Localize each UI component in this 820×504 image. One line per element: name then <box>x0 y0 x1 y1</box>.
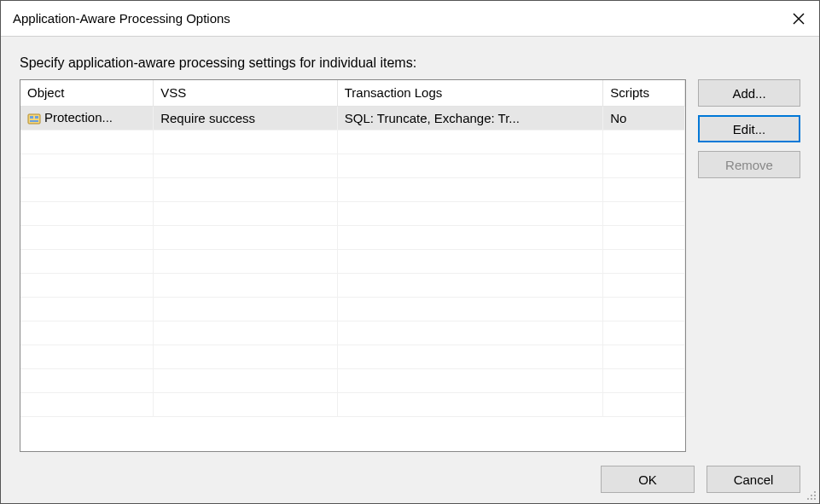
table-row-empty <box>20 130 685 154</box>
header-vss[interactable]: VSS <box>154 80 338 106</box>
side-buttons: Add... Edit... Remove <box>698 79 800 452</box>
table-row-empty <box>20 273 685 297</box>
items-table[interactable]: Object VSS Transaction Logs Scripts <box>20 80 685 417</box>
svg-point-9 <box>807 498 809 500</box>
items-table-wrap: Object VSS Transaction Logs Scripts <box>20 79 686 452</box>
svg-rect-3 <box>30 116 33 119</box>
table-row-empty <box>20 225 685 249</box>
edit-button[interactable]: Edit... <box>698 115 800 142</box>
protection-group-icon <box>27 112 41 125</box>
header-object[interactable]: Object <box>20 80 154 106</box>
table-row-empty <box>20 345 685 368</box>
table-row-empty <box>20 249 685 273</box>
close-button[interactable] <box>778 1 819 37</box>
svg-point-11 <box>814 498 816 500</box>
table-row-empty <box>20 321 685 345</box>
svg-point-10 <box>811 498 812 500</box>
cell-object-text: Protection... <box>44 110 113 125</box>
table-row-empty <box>20 201 685 225</box>
cancel-button[interactable]: Cancel <box>707 466 800 493</box>
remove-button[interactable]: Remove <box>698 151 800 178</box>
svg-point-6 <box>814 491 816 493</box>
close-icon <box>793 13 805 25</box>
svg-point-7 <box>811 495 812 496</box>
table-row-empty <box>20 177 685 201</box>
resize-grip-icon <box>805 489 817 501</box>
instruction-text: Specify application-aware processing set… <box>20 55 800 71</box>
titlebar: Application-Aware Processing Options <box>1 1 819 37</box>
add-button[interactable]: Add... <box>698 79 800 107</box>
dialog-footer: OK Cancel <box>20 452 800 493</box>
header-tlogs[interactable]: Transaction Logs <box>337 80 602 106</box>
ok-button[interactable]: OK <box>601 466 695 493</box>
table-header-row: Object VSS Transaction Logs Scripts <box>20 80 685 106</box>
window-title: Application-Aware Processing Options <box>13 11 778 26</box>
cell-object: Protection... <box>20 106 154 130</box>
table-row[interactable]: Protection... Require success SQL: Trunc… <box>20 106 685 130</box>
table-row-empty <box>20 297 685 321</box>
svg-rect-4 <box>35 116 38 119</box>
svg-rect-5 <box>30 120 38 122</box>
cell-scripts: No <box>603 106 685 130</box>
table-row-empty <box>20 368 685 392</box>
header-scripts[interactable]: Scripts <box>603 80 685 106</box>
dialog-window: Application-Aware Processing Options Spe… <box>0 0 820 504</box>
cell-tlogs: SQL: Truncate, Exchange: Tr... <box>337 106 602 130</box>
svg-rect-2 <box>28 114 40 124</box>
table-row-empty <box>20 392 685 416</box>
cell-vss: Require success <box>154 106 338 130</box>
dialog-body: Specify application-aware processing set… <box>1 37 819 503</box>
svg-point-8 <box>814 495 816 496</box>
table-row-empty <box>20 154 685 177</box>
work-area: Object VSS Transaction Logs Scripts <box>20 79 800 452</box>
